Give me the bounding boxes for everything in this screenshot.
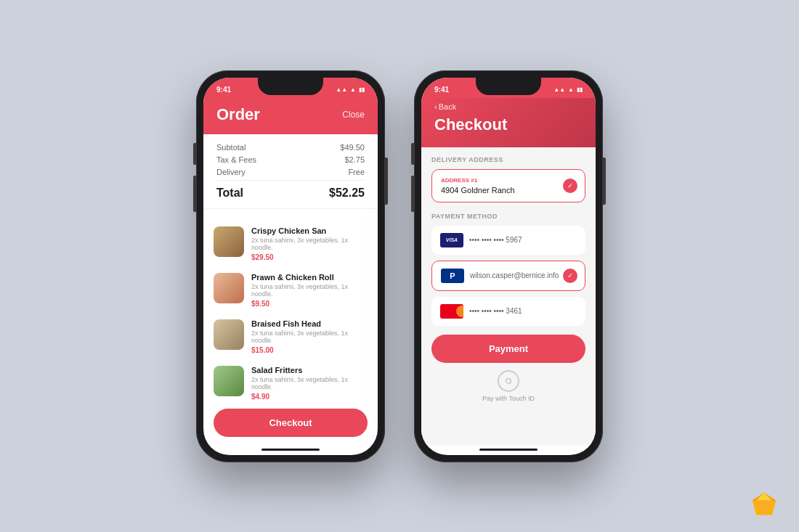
- checkout-header: ‹ Back Checkout: [421, 98, 596, 147]
- notch-2: [476, 78, 541, 95]
- side-button-volume: [193, 176, 196, 212]
- item-price-1: $29.50: [251, 253, 368, 261]
- tax-label: Tax & Fees: [216, 155, 256, 164]
- total-row: Total $52.25: [216, 180, 365, 200]
- touch-id-label: Pay with Touch ID: [482, 395, 535, 402]
- item-image-2: [214, 273, 244, 303]
- payment-card-paypal[interactable]: P wilson.casper@bernice.info ✓: [431, 261, 585, 291]
- item-name-4: Salad Fritters: [251, 366, 368, 375]
- item-name-3: Braised Fish Head: [251, 319, 368, 328]
- item-desc-2: 2x tuna sahimi, 3x vegetables, 1x noodle…: [251, 283, 368, 298]
- item-details-4: Salad Fritters 2x tuna sahimi, 3x vegeta…: [251, 366, 368, 401]
- status-time-order: 9:41: [216, 86, 231, 94]
- item-price-2: $9.50: [251, 300, 368, 308]
- status-icons-order: ▲▲ ▲ ▮▮: [336, 86, 365, 93]
- chevron-left-icon: ‹: [434, 102, 437, 111]
- delivery-value: Free: [348, 168, 365, 176]
- list-item: Crispy Chicken San 2x tuna sahimi, 3x ve…: [203, 221, 378, 267]
- order-items-container: Crispy Chicken San 2x tuna sahimi, 3x ve…: [203, 209, 378, 455]
- list-item: Salad Fritters 2x tuna sahimi, 3x vegeta…: [203, 360, 378, 403]
- tax-row: Tax & Fees $2.75: [216, 155, 365, 164]
- paypal-email: wilson.casper@bernice.info: [470, 271, 576, 279]
- item-desc-4: 2x tuna sahimi, 3x vegetables, 1x noodle…: [251, 376, 368, 390]
- address-text: 4904 Goldner Ranch: [441, 186, 576, 195]
- address-selected-icon: ✓: [563, 179, 577, 193]
- close-button[interactable]: Close: [342, 110, 365, 120]
- wifi-icon: ▲: [350, 86, 356, 93]
- battery-icon-2: ▮▮: [577, 86, 583, 93]
- order-header: Order Close: [203, 98, 378, 134]
- item-name-1: Crispy Chicken San: [251, 226, 368, 235]
- paypal-selected-icon: ✓: [563, 269, 577, 283]
- sketch-icon: [751, 491, 777, 517]
- touch-id-icon[interactable]: [498, 370, 519, 392]
- visa-logo: VISA: [440, 233, 463, 247]
- phone-checkout: 9:41 ▲▲ ▲ ▮▮ ‹ Back Checkout: [414, 70, 603, 462]
- payment-card-mastercard[interactable]: •••• •••• •••• 3461: [431, 297, 585, 326]
- checkout-screen: ‹ Back Checkout DELIVERY ADDRESS ADDRESS…: [421, 98, 596, 455]
- item-image-1: [214, 226, 244, 257]
- paypal-logo: P: [441, 269, 464, 283]
- checkout-title: Checkout: [434, 115, 507, 134]
- svg-point-0: [506, 379, 511, 383]
- visa-number: •••• •••• •••• 5967: [469, 236, 577, 244]
- battery-icon: ▮▮: [359, 86, 365, 93]
- home-indicator-2: [479, 449, 538, 451]
- signal-icon-2: ▲▲: [553, 86, 565, 93]
- item-price-3: $15.00: [251, 346, 368, 354]
- item-price-4: $4.90: [251, 393, 368, 401]
- delivery-section-label: DELIVERY ADDRESS: [431, 156, 585, 163]
- back-label: Back: [439, 102, 456, 111]
- item-desc-1: 2x tuna sahimi, 3x vegetables, 1x noodle…: [251, 237, 368, 251]
- subtotal-row: Subtotal $49.50: [216, 143, 365, 152]
- mastercard-logo: [440, 304, 463, 319]
- total-label: Total: [216, 187, 243, 200]
- signal-icon: ▲▲: [336, 86, 347, 93]
- touch-id-section: Pay with Touch ID: [431, 363, 585, 405]
- subtotal-value: $49.50: [340, 143, 365, 152]
- mastercard-number: •••• •••• •••• 3461: [469, 307, 577, 315]
- order-title: Order: [216, 105, 260, 124]
- payment-button[interactable]: Payment: [431, 335, 585, 363]
- order-summary: Subtotal $49.50 Tax & Fees $2.75 Deliver…: [203, 134, 378, 209]
- item-desc-3: 2x tuna sahimi, 3x vegetables, 1x noodle…: [251, 330, 368, 344]
- notch: [258, 78, 323, 95]
- side-button-power: [385, 157, 388, 205]
- order-items-list: Crispy Chicken San 2x tuna sahimi, 3x ve…: [203, 215, 378, 403]
- subtotal-label: Subtotal: [216, 143, 246, 152]
- delivery-label: Delivery: [216, 168, 246, 176]
- back-button[interactable]: ‹ Back: [434, 102, 583, 111]
- item-details-3: Braised Fish Head 2x tuna sahimi, 3x veg…: [251, 319, 368, 354]
- tax-value: $2.75: [344, 155, 365, 164]
- address-number-label: ADDRESS #1: [441, 177, 576, 184]
- total-value: $52.25: [329, 187, 365, 200]
- checkout-body: DELIVERY ADDRESS ADDRESS #1 4904 Goldner…: [421, 147, 596, 446]
- item-details-1: Crispy Chicken San 2x tuna sahimi, 3x ve…: [251, 226, 368, 261]
- order-screen: Order Close Subtotal $49.50 Tax & Fees $…: [203, 98, 378, 455]
- item-image-3: [214, 319, 244, 350]
- item-name-2: Prawn & Chicken Roll: [251, 273, 368, 282]
- payment-card-visa[interactable]: VISA •••• •••• •••• 5967: [431, 226, 585, 255]
- side-button-silent: [193, 143, 196, 165]
- phone-order: 9:41 ▲▲ ▲ ▮▮ Order Close Subtotal $4: [196, 70, 385, 462]
- payment-section-label: PAYMENT METHOD: [431, 213, 585, 220]
- wifi-icon-2: ▲: [568, 86, 574, 93]
- checkout-button[interactable]: Checkout: [214, 409, 368, 437]
- list-item: Prawn & Chicken Roll 2x tuna sahimi, 3x …: [203, 267, 378, 314]
- item-details-2: Prawn & Chicken Roll 2x tuna sahimi, 3x …: [251, 273, 368, 308]
- side-button-power-2: [603, 157, 606, 205]
- side-button-volume-2: [411, 176, 414, 212]
- status-time-checkout: 9:41: [434, 86, 449, 94]
- list-item: Braised Fish Head 2x tuna sahimi, 3x veg…: [203, 314, 378, 360]
- home-indicator: [261, 449, 320, 451]
- item-image-4: [214, 366, 244, 396]
- address-card[interactable]: ADDRESS #1 4904 Goldner Ranch ✓: [431, 169, 585, 202]
- delivery-row: Delivery Free: [216, 168, 365, 176]
- status-icons-checkout: ▲▲ ▲ ▮▮: [553, 86, 583, 93]
- side-button-silent-2: [411, 143, 414, 165]
